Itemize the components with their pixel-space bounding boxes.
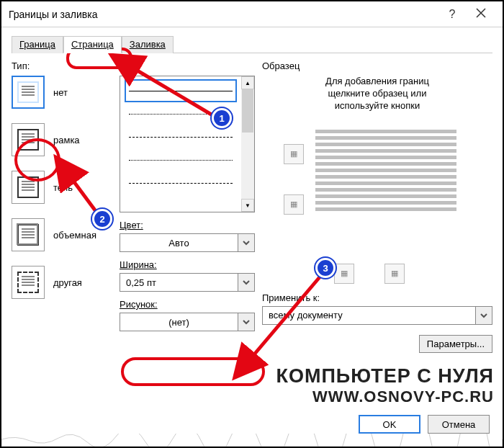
color-label: Цвет: (120, 220, 255, 230)
apply-to-dropdown[interactable]: всему документу (262, 306, 492, 325)
setting-3d[interactable]: объемная (12, 218, 112, 251)
style-solid[interactable] (125, 79, 237, 102)
art-dropdown[interactable]: (нет) (120, 313, 255, 331)
chevron-down-icon (243, 279, 250, 286)
style-column: Тип: ▲ ▼ Цвет: Авто (120, 61, 255, 353)
preview-page-icon[interactable] (312, 127, 459, 233)
border-bottom-button[interactable]: ▦ (334, 264, 354, 284)
cancel-button[interactable]: Отмена (428, 415, 490, 434)
chevron-down-icon (243, 239, 250, 246)
setting-shadow-label: тень (53, 182, 73, 193)
watermark: КОМПЬЮТЕР С НУЛЯ WWW.OSNOVY-PC.RU (276, 365, 494, 406)
setting-box-label: рамка (53, 135, 80, 145)
width-label: Ширина: (120, 259, 255, 270)
scroll-up-icon[interactable]: ▲ (241, 76, 254, 89)
art-label: Рисунок: (120, 299, 255, 310)
art-dropdown-button[interactable] (238, 313, 255, 331)
color-dropdown-button[interactable] (238, 233, 255, 252)
style-label: Тип: (120, 61, 255, 71)
scroll-thumb[interactable] (242, 89, 253, 133)
apply-to-button[interactable] (475, 306, 492, 325)
preview-diagram: ▦ ▦ ▦ ▦ (262, 122, 492, 245)
preview-label: Образец (262, 61, 492, 71)
help-button[interactable]: ? (438, 8, 467, 21)
dialog-footer: OK Отмена (359, 415, 490, 434)
setting-label: Тип: (12, 61, 112, 71)
setting-column: Тип: нет рамка тень объемная другая (12, 61, 112, 353)
tab-shading[interactable]: Заливка (122, 36, 174, 53)
preview-column: Образец Для добавления границ щелкните о… (262, 61, 492, 353)
scroll-down-icon[interactable]: ▼ (241, 199, 254, 212)
setting-custom[interactable]: другая (12, 266, 112, 299)
close-icon (476, 8, 486, 18)
width-dropdown-button[interactable] (238, 273, 255, 292)
close-button[interactable] (467, 8, 495, 21)
dialog-title: Границы и заливка (9, 9, 438, 20)
border-right-button[interactable]: ▦ (384, 264, 405, 284)
setting-none[interactable]: нет (12, 76, 112, 109)
apply-to-label: Применить к: (262, 292, 492, 303)
setting-3d-label: объемная (53, 230, 96, 241)
style-dash-long[interactable] (125, 171, 237, 194)
border-left-button[interactable]: ▦ (284, 194, 304, 215)
style-dotted-fine[interactable] (125, 102, 237, 125)
chevron-down-icon (480, 312, 487, 319)
preview-hint: Для добавления границ щелкните образец и… (262, 76, 492, 112)
width-dropdown[interactable]: 0,25 пт (120, 273, 255, 292)
options-button[interactable]: Параметры... (419, 335, 492, 353)
tab-strip: Граница Страница Заливка (1, 27, 503, 53)
setting-none-label: нет (53, 87, 68, 98)
border-top-button[interactable]: ▦ (284, 144, 304, 164)
tab-page[interactable]: Страница (63, 36, 122, 53)
setting-box[interactable]: рамка (12, 123, 112, 156)
color-dropdown[interactable]: Авто (120, 233, 255, 252)
style-scrollbar[interactable]: ▲ ▼ (241, 76, 254, 212)
tab-border[interactable]: Граница (12, 36, 63, 53)
setting-custom-label: другая (53, 277, 82, 288)
title-bar: Границы и заливка ? (1, 1, 503, 27)
chevron-down-icon (243, 318, 250, 326)
torn-edge-decoration (1, 434, 503, 447)
style-list[interactable]: ▲ ▼ (120, 76, 255, 212)
style-dash-dot[interactable] (125, 148, 237, 171)
setting-shadow[interactable]: тень (12, 171, 112, 204)
style-dashed[interactable] (125, 125, 237, 148)
ok-button[interactable]: OK (359, 415, 420, 434)
